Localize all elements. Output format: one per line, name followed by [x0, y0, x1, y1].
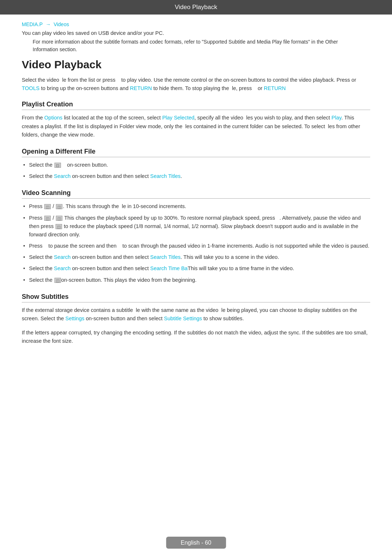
- icon-grid: ⊡: [54, 163, 61, 168]
- scanning-bullet-4: Select the Search on-screen button and t…: [22, 253, 370, 261]
- search-timeba-link[interactable]: Search Time Ba: [150, 265, 188, 271]
- subtitle-settings-link[interactable]: Subtitle Settings: [164, 316, 202, 321]
- page-container: Video Playback MEDIA.P → Videos You can …: [0, 0, 392, 557]
- main-content: Video Playback Select the video le from …: [0, 58, 392, 346]
- return-link2: RETURN: [264, 85, 286, 91]
- options-link[interactable]: Options: [44, 115, 62, 121]
- icon-speed2: ◫: [56, 216, 62, 221]
- scanning-bullet-6: Select the ◫on-screen button. This plays…: [22, 276, 370, 284]
- search-link1[interactable]: Search: [54, 173, 71, 179]
- intro-text: You can play video les saved on USB devi…: [0, 30, 392, 36]
- playlist-title: Playlist Creation: [22, 101, 370, 110]
- play-link[interactable]: Play: [331, 115, 341, 121]
- icon-reduce: ◫: [56, 224, 62, 229]
- scanning-bullet-1: Press ◫ / ◫. This scans through the le i…: [22, 202, 370, 211]
- section-opening: Opening a Different File Select the ⊡ on…: [22, 148, 370, 180]
- header-title: Video Playback: [175, 4, 217, 11]
- opening-bullet-2: Select the Search on-screen button and t…: [22, 172, 370, 180]
- scanning-title: Video Scanning: [22, 189, 370, 199]
- note-text-content: For more information about the subtitle …: [33, 39, 338, 52]
- opening-bullets: Select the ⊡ on-screen button. Select th…: [22, 161, 370, 180]
- icon-scan2: ◫: [56, 204, 62, 209]
- subtitles-para1: If the external storage device contains …: [22, 306, 370, 323]
- breadcrumb-media-link[interactable]: MEDIA.P: [22, 21, 43, 27]
- playlist-text: From the Options list located at the top…: [22, 114, 370, 139]
- scanning-bullet-3: Press to pause the screen and then to sc…: [22, 242, 370, 250]
- page-title: Video Playback: [22, 58, 370, 71]
- scanning-bullet-2: Press ◫ / ◫ This changes the playback sp…: [22, 214, 370, 239]
- search-link3[interactable]: Search: [54, 265, 71, 271]
- section-subtitles: Show Subtitles If the external storage d…: [22, 293, 370, 346]
- subtitles-title: Show Subtitles: [22, 293, 370, 302]
- section-scanning: Video Scanning Press ◫ / ◫. This scans t…: [22, 189, 370, 284]
- icon-scan1: ◫: [44, 204, 51, 209]
- scanning-bullets: Press ◫ / ◫. This scans through the le i…: [22, 202, 370, 284]
- breadcrumb-videos-link[interactable]: Videos: [54, 21, 69, 27]
- search-link2[interactable]: Search: [54, 254, 71, 260]
- icon-begin: ◫: [54, 278, 61, 283]
- return-link1: RETURN: [130, 85, 152, 91]
- footer-area: English - 60: [166, 540, 226, 546]
- breadcrumb: MEDIA.P → Videos: [0, 19, 392, 30]
- header-bar: Video Playback: [0, 0, 392, 15]
- opening-title: Opening a Different File: [22, 148, 370, 157]
- scanning-bullet-5: Select the Search on-screen button and t…: [22, 264, 370, 273]
- subtitles-para2: If the letters appear corrupted, try cha…: [22, 329, 370, 345]
- intro-text-content: You can play video les saved on USB devi…: [22, 30, 164, 36]
- icon-speed1: ◫: [44, 216, 51, 221]
- section-playlist: Playlist Creation From the Options list …: [22, 101, 370, 139]
- note-block: For more information about the subtitle …: [0, 38, 392, 53]
- settings-link[interactable]: Settings: [65, 316, 84, 321]
- opening-bullet-1: Select the ⊡ on-screen button.: [22, 161, 370, 169]
- main-description: Select the video le from the list or pre…: [22, 76, 370, 93]
- breadcrumb-separator: →: [46, 21, 52, 27]
- search-titles-link2[interactable]: Search Titles: [150, 254, 181, 260]
- search-titles-link1[interactable]: Search Titles: [150, 173, 181, 179]
- footer-badge: English - 60: [166, 537, 226, 549]
- play-selected-link[interactable]: Play Selected: [162, 115, 195, 121]
- tools-text: TOOLS: [22, 85, 40, 91]
